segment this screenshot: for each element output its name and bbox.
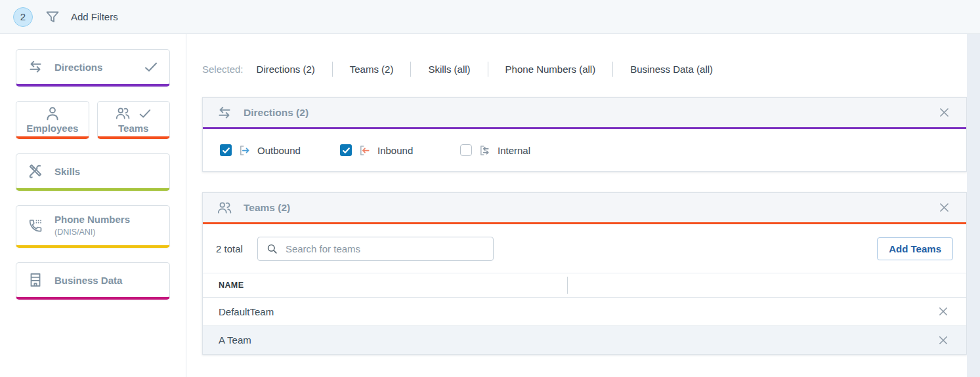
column-header-name: NAME: [203, 281, 567, 290]
filter-topbar: 2 Add Filters: [0, 0, 980, 34]
inbound-arrow-icon: [358, 144, 372, 157]
inbound-checkbox[interactable]: [340, 144, 352, 156]
add-teams-button[interactable]: Add Teams: [877, 237, 953, 260]
scroll-gutter[interactable]: [967, 34, 980, 377]
sidebar-item-label: Business Data: [54, 275, 122, 286]
teams-panel-header: Teams (2): [203, 193, 966, 224]
funnel-icon: [45, 9, 60, 25]
sidebar-item-employees[interactable]: Employees: [16, 101, 89, 139]
sidebar-item-label: Employees: [26, 123, 78, 134]
selected-summary: Selected: Directions (2) Teams (2) Skill…: [202, 62, 967, 77]
direction-option-label: Internal: [498, 145, 530, 156]
close-icon[interactable]: [935, 104, 953, 121]
phone-keypad-icon: [27, 217, 44, 234]
sidebar-item-sublabel: (DNIS/ANI): [54, 228, 130, 238]
panel-title: Directions (2): [244, 107, 309, 119]
teams-total-count: 2 total: [216, 243, 243, 254]
teams-table: NAME DefaultTeam A Team: [203, 273, 966, 354]
add-filters-button[interactable]: Add Filters: [45, 9, 118, 25]
remove-team-icon[interactable]: [935, 303, 952, 320]
teams-panel: Teams (2) 2 total: [202, 192, 967, 355]
group-icon: [216, 199, 233, 216]
group-icon: [114, 105, 131, 122]
team-name: A Team: [219, 334, 251, 346]
sidebar-item-label: Teams: [118, 123, 148, 134]
teams-search-input[interactable]: [284, 243, 485, 255]
direction-option-label: Inbound: [377, 145, 413, 156]
direction-option-internal: Internal: [460, 144, 580, 157]
teams-table-header: NAME: [203, 273, 966, 298]
teams-search-box: [257, 237, 494, 261]
summary-item-teams: Teams (2): [332, 62, 411, 77]
tools-icon: [27, 163, 44, 180]
sidebar-item-label: Skills: [54, 166, 80, 177]
direction-option-label: Outbound: [257, 145, 301, 156]
swap-arrows-icon: [216, 104, 233, 121]
filter-count-badge: 2: [13, 7, 33, 27]
team-name: DefaultTeam: [219, 306, 274, 317]
outbound-checkbox[interactable]: [220, 144, 232, 156]
sidebar-item-directions[interactable]: Directions: [16, 49, 170, 87]
sidebar-item-phone-numbers[interactable]: Phone Numbers (DNIS/ANI): [16, 205, 170, 248]
sidebar-item-label: Directions: [54, 62, 102, 73]
table-row: A Team: [203, 326, 966, 354]
directions-options: Outbound Inbound: [203, 129, 966, 171]
panel-title: Teams (2): [244, 202, 290, 214]
person-icon: [44, 105, 61, 122]
internal-arrows-icon: [478, 144, 492, 157]
summary-item-directions: Directions (2): [257, 62, 332, 77]
selected-summary-label: Selected:: [202, 64, 244, 75]
directions-panel-header: Directions (2): [203, 98, 966, 129]
summary-item-skills: Skills (all): [410, 62, 487, 77]
filter-category-sidebar: Directions Employees: [0, 34, 186, 377]
outbound-arrow-icon: [238, 144, 251, 157]
close-icon[interactable]: [935, 199, 953, 216]
building-icon: [27, 271, 44, 288]
teams-toolbar: 2 total Add Teams: [203, 224, 966, 273]
directions-panel: Directions (2): [202, 97, 967, 172]
column-divider: [567, 277, 568, 294]
selected-check-icon: [138, 106, 152, 121]
filters-main-area: Selected: Directions (2) Teams (2) Skill…: [186, 34, 967, 377]
sidebar-item-teams[interactable]: Teams: [97, 101, 171, 139]
search-icon: [266, 243, 278, 255]
sidebar-item-label: Phone Numbers: [54, 214, 130, 226]
direction-option-outbound: Outbound: [220, 144, 340, 157]
remove-team-icon[interactable]: [935, 332, 952, 349]
add-filters-label: Add Filters: [71, 11, 118, 22]
internal-checkbox[interactable]: [460, 144, 472, 156]
table-row: DefaultTeam: [203, 298, 966, 326]
summary-item-phone-numbers: Phone Numbers (all): [488, 62, 613, 77]
selected-check-icon: [143, 59, 159, 75]
direction-option-inbound: Inbound: [340, 144, 460, 157]
swap-arrows-icon: [27, 58, 44, 75]
sidebar-item-business-data[interactable]: Business Data: [16, 262, 170, 300]
summary-item-business-data: Business Data (all): [612, 62, 730, 77]
sidebar-item-skills[interactable]: Skills: [16, 153, 170, 191]
